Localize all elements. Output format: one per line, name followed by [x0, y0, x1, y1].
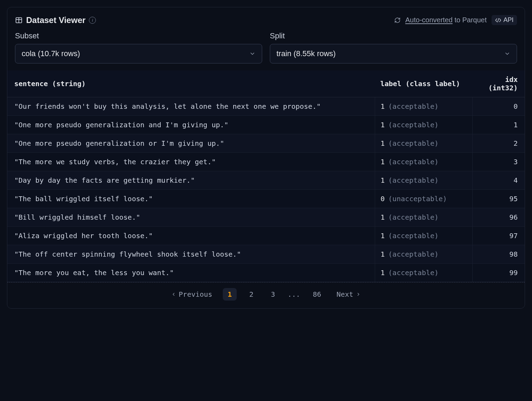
- subset-select[interactable]: cola (10.7k rows): [15, 44, 262, 63]
- cell-sentence: "The more we study verbs, the crazier th…: [7, 153, 375, 171]
- cell-label: 1(acceptable): [375, 208, 472, 227]
- dataset-viewer-panel: Dataset Viewer i Auto-converted to Parqu…: [7, 7, 525, 309]
- header-row: Dataset Viewer i Auto-converted to Parqu…: [7, 15, 525, 31]
- label-num: 1: [381, 250, 385, 258]
- cell-label: 1(acceptable): [375, 227, 472, 245]
- label-num: 1: [381, 139, 385, 147]
- table-row[interactable]: "One more pseudo generalization and I'm …: [7, 116, 525, 134]
- label-num: 1: [381, 213, 385, 221]
- pager-pages: 123...86: [223, 288, 326, 301]
- table-header-row: sentence (string) label (class label) id…: [7, 70, 525, 97]
- prev-label: Previous: [179, 290, 212, 298]
- subset-selector: Subset cola (10.7k rows): [15, 31, 262, 63]
- header-right: Auto-converted to Parquet API: [394, 15, 517, 25]
- col-header-label[interactable]: label (class label): [375, 70, 472, 97]
- label-name: (acceptable): [388, 102, 439, 111]
- code-icon: [495, 18, 501, 23]
- refresh-icon[interactable]: [394, 17, 401, 23]
- cell-idx: 97: [472, 227, 525, 245]
- data-table: sentence (string) label (class label) id…: [7, 70, 525, 282]
- label-num: 1: [381, 158, 385, 166]
- col-header-idx[interactable]: idx (int32): [472, 70, 525, 97]
- cell-idx: 2: [472, 134, 525, 153]
- table-row[interactable]: "Bill wriggled himself loose."1(acceptab…: [7, 208, 525, 227]
- auto-converted-link[interactable]: Auto-converted: [405, 16, 453, 24]
- cell-idx: 99: [472, 264, 525, 282]
- subset-label: Subset: [15, 31, 262, 40]
- cell-sentence: "Day by day the facts are getting murkie…: [7, 171, 375, 190]
- cell-idx: 0: [472, 97, 525, 116]
- label-num: 1: [381, 232, 385, 240]
- panel-title: Dataset Viewer: [26, 15, 85, 25]
- label-name: (acceptable): [388, 232, 439, 240]
- table-row[interactable]: "The off center spinning flywheel shook …: [7, 245, 525, 264]
- cell-sentence: "One more pseudo generalization or I'm g…: [7, 134, 375, 153]
- cell-sentence: "One more pseudo generalization and I'm …: [7, 116, 375, 134]
- title-group: Dataset Viewer i: [15, 15, 96, 25]
- api-label: API: [503, 16, 514, 24]
- cell-sentence: "The more you eat, the less you want.": [7, 264, 375, 282]
- table-row[interactable]: "One more pseudo generalization or I'm g…: [7, 134, 525, 153]
- page-1[interactable]: 1: [223, 288, 237, 301]
- cell-idx: 96: [472, 208, 525, 227]
- label-name: (acceptable): [388, 213, 439, 221]
- page-2[interactable]: 2: [244, 288, 258, 301]
- cell-sentence: "The ball wriggled itself loose.": [7, 190, 375, 208]
- cell-idx: 95: [472, 190, 525, 208]
- page-3[interactable]: 3: [266, 288, 280, 301]
- api-button[interactable]: API: [492, 15, 517, 25]
- label-num: 1: [381, 102, 385, 111]
- chevron-right-icon: [356, 292, 361, 297]
- selectors-row: Subset cola (10.7k rows) Split train (8.…: [7, 31, 525, 70]
- cell-idx: 1: [472, 116, 525, 134]
- next-label: Next: [336, 290, 353, 298]
- label-name: (acceptable): [388, 158, 439, 166]
- table-row[interactable]: "The ball wriggled itself loose."0(unacc…: [7, 190, 525, 208]
- table-row[interactable]: "Day by day the facts are getting murkie…: [7, 171, 525, 190]
- label-name: (acceptable): [388, 139, 439, 147]
- subset-value: cola (10.7k rows): [22, 49, 80, 58]
- cell-label: 1(acceptable): [375, 116, 472, 134]
- label-name: (acceptable): [388, 121, 439, 129]
- cell-sentence: "Our friends won't buy this analysis, le…: [7, 97, 375, 116]
- page-ellipsis: ...: [288, 290, 300, 298]
- label-name: (unacceptable): [388, 195, 447, 203]
- label-name: (acceptable): [388, 250, 439, 258]
- svg-line-3: [497, 18, 499, 22]
- table-row[interactable]: "The more we study verbs, the crazier th…: [7, 153, 525, 171]
- info-icon[interactable]: i: [89, 17, 96, 24]
- page-86[interactable]: 86: [308, 288, 326, 301]
- split-select[interactable]: train (8.55k rows): [270, 44, 517, 63]
- next-page-button[interactable]: Next: [336, 290, 361, 298]
- label-num: 1: [381, 176, 385, 184]
- split-value: train (8.55k rows): [276, 49, 336, 58]
- cell-sentence: "The off center spinning flywheel shook …: [7, 245, 375, 264]
- cell-label: 0(unacceptable): [375, 190, 472, 208]
- label-num: 0: [381, 195, 385, 203]
- auto-converted-text: Auto-converted to Parquet: [405, 16, 487, 24]
- cell-label: 1(acceptable): [375, 97, 472, 116]
- cell-label: 1(acceptable): [375, 264, 472, 282]
- cell-idx: 98: [472, 245, 525, 264]
- split-label: Split: [270, 31, 517, 40]
- table-row[interactable]: "The more you eat, the less you want."1(…: [7, 264, 525, 282]
- label-name: (acceptable): [388, 176, 439, 184]
- table-row[interactable]: "Aliza wriggled her tooth loose."1(accep…: [7, 227, 525, 245]
- cell-label: 1(acceptable): [375, 171, 472, 190]
- chevron-down-icon: [249, 51, 256, 57]
- label-num: 1: [381, 268, 385, 277]
- table-row[interactable]: "Our friends won't buy this analysis, le…: [7, 97, 525, 116]
- cell-label: 1(acceptable): [375, 245, 472, 264]
- col-header-sentence[interactable]: sentence (string): [7, 70, 375, 97]
- label-name: (acceptable): [388, 268, 439, 277]
- cell-sentence: "Bill wriggled himself loose.": [7, 208, 375, 227]
- cell-label: 1(acceptable): [375, 153, 472, 171]
- chevron-down-icon: [504, 51, 510, 57]
- prev-page-button[interactable]: Previous: [171, 290, 212, 298]
- cell-sentence: "Aliza wriggled her tooth loose.": [7, 227, 375, 245]
- split-selector: Split train (8.55k rows): [270, 31, 517, 63]
- cell-idx: 3: [472, 153, 525, 171]
- pagination: Previous 123...86 Next: [7, 282, 525, 302]
- table-icon: [15, 16, 23, 24]
- cell-label: 1(acceptable): [375, 134, 472, 153]
